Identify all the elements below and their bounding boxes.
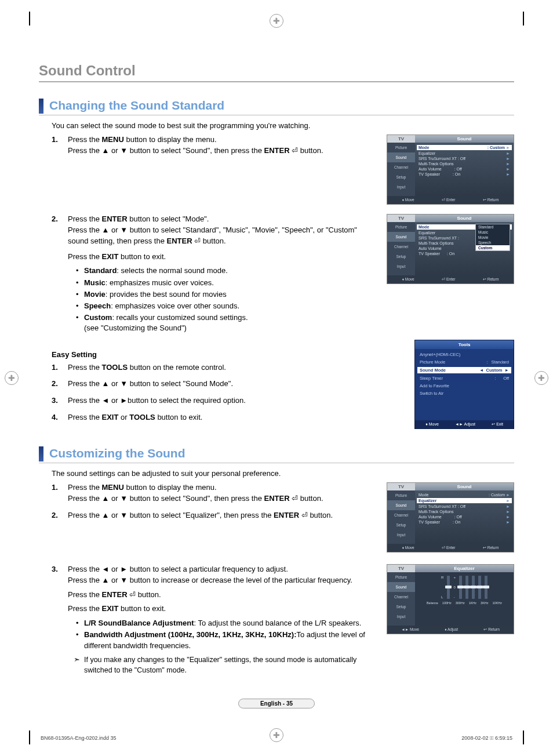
doc-timestamp: 2008-02-02    6:59:15	[461, 735, 512, 741]
reg-mark-left	[5, 371, 19, 385]
osd-tools-menu: Tools Anynet+(HDMI-CEC) Picture Mode: St…	[414, 340, 514, 429]
crop-tick	[523, 12, 524, 26]
intro-text: The sound settings can be adjusted to su…	[52, 469, 514, 478]
reg-mark-top	[270, 14, 283, 28]
easy-step-3: Press the ◄ or ►button to select the req…	[52, 395, 376, 406]
page-title: Sound Control	[39, 63, 514, 82]
crop-tick	[29, 12, 30, 26]
step-1: Press the MENU button to display the men…	[52, 135, 376, 157]
cust-step-1: Press the MENU button to display the men…	[52, 482, 376, 504]
crop-tick	[29, 730, 30, 744]
section-heading: Customizing the Sound	[39, 445, 514, 463]
osd-equalizer: TV Equalizer Picture Sound Channel Setup…	[387, 564, 514, 634]
cust-step-3: Press the ◄ or ► button to select a part…	[52, 564, 376, 675]
crop-tick	[523, 730, 524, 744]
page-number-badge: English - 35	[238, 699, 315, 708]
osd-sound-menu-2: TV Sound Picture Sound Channel Setup Inp…	[387, 214, 514, 284]
doc-id: BN68-01395A-Eng-0202.indd 35	[41, 735, 117, 741]
easy-step-1: Press the TOOLS button on the remote con…	[52, 362, 376, 373]
reg-mark-right	[534, 371, 548, 385]
osd-sound-menu-3: TV Sound Picture Sound Channel Setup Inp…	[387, 482, 514, 553]
heading-customizing: Customizing the Sound	[49, 445, 185, 463]
osd-mode-popup: Standard Music Movie Speech Custom	[475, 224, 510, 251]
easy-setting-heading: Easy Setting	[52, 350, 376, 359]
note-equalizer: If you make any changes to the "Equalize…	[84, 655, 376, 675]
heading-changing-sound: Changing the Sound Standard	[49, 97, 224, 115]
easy-step-4: Press the EXIT or TOOLS button to exit.	[52, 412, 376, 423]
section-heading: Changing the Sound Standard	[39, 97, 514, 115]
cust-step-2: Press the ▲ or ▼ button to select "Equal…	[52, 510, 376, 521]
intro-text: You can select the sound mode to best su…	[52, 121, 514, 130]
step-2: Press the ENTER button to select "Mode".…	[52, 214, 376, 334]
easy-step-2: Press the ▲ or ▼ button to select "Sound…	[52, 379, 376, 390]
osd-sound-menu-1: TV Sound Picture Sound Channel Setup Inp…	[387, 135, 514, 205]
